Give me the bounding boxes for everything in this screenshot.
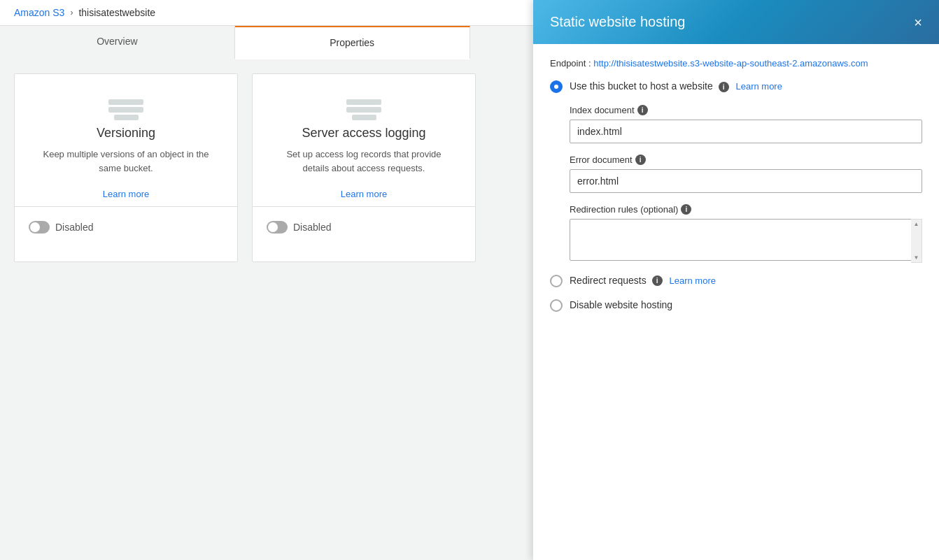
tab-overview[interactable]: Overview (0, 26, 235, 59)
radio-redirect-requests[interactable]: Redirect requests i Learn more (550, 274, 922, 276)
versioning-learn-more[interactable]: Learn more (15, 182, 237, 206)
redirection-rules-info-icon[interactable]: i (681, 204, 691, 215)
breadcrumb-separator: › (70, 8, 73, 17)
redirect-learn-more[interactable]: Learn more (670, 275, 716, 276)
redirection-rules-label: Redirection rules (optional) i (570, 204, 922, 215)
scroll-up-arrow[interactable]: ▲ (914, 221, 919, 227)
radio-host-website-label: Use this bucket to host a website (570, 80, 713, 92)
redirection-rules-textarea[interactable] (570, 219, 922, 261)
versioning-card: Versioning Keep multiple versions of an … (14, 73, 238, 262)
logging-title: Server access logging (267, 126, 461, 141)
versioning-divider (15, 206, 237, 207)
versioning-status: Disabled (55, 222, 93, 233)
swh-body: Endpoint : http://thisisatestwebsite.s3-… (533, 44, 939, 276)
logging-icon (267, 88, 461, 126)
tab-properties[interactable]: Properties (235, 26, 470, 59)
versioning-icon (29, 88, 223, 126)
versioning-card-header: Versioning Keep multiple versions of an … (15, 74, 237, 182)
error-document-input[interactable] (570, 169, 922, 193)
breadcrumb-parent[interactable]: Amazon S3 (14, 7, 64, 18)
logging-status: Disabled (293, 222, 331, 233)
logging-divider (253, 206, 475, 207)
swh-title: Static website hosting (550, 14, 685, 30)
radio-host-website[interactable]: Use this bucket to host a website i Lear… (550, 80, 922, 94)
error-document-label: Error document i (570, 155, 922, 165)
index-document-group: Index document i (570, 105, 922, 143)
redirect-info-icon[interactable]: i (652, 275, 663, 276)
swh-header: Static website hosting × (533, 0, 939, 44)
error-document-group: Error document i (570, 155, 922, 193)
textarea-scrollbar: ▲ ▼ (911, 219, 922, 263)
logging-footer: Disabled (253, 214, 475, 240)
logging-description: Set up access log records that provide d… (267, 148, 461, 175)
logging-card: Server access logging Set up access log … (252, 73, 476, 262)
logging-toggle[interactable] (267, 221, 288, 234)
index-document-input[interactable] (570, 120, 922, 143)
error-document-info-icon[interactable]: i (635, 155, 646, 165)
endpoint-label: Endpoint : (550, 58, 591, 69)
swh-endpoint: Endpoint : http://thisisatestwebsite.s3-… (550, 58, 922, 69)
radio-redirect-label: Redirect requests (570, 275, 647, 276)
swh-close-button[interactable]: × (914, 15, 922, 29)
redirection-rules-wrapper: ▲ ▼ (570, 219, 922, 263)
host-website-learn-more[interactable]: Learn more (735, 81, 782, 92)
breadcrumb-current: thisisatestwebsite (78, 7, 155, 18)
radio-redirect-btn[interactable] (550, 275, 563, 276)
versioning-toggle[interactable] (29, 221, 50, 234)
index-document-info-icon[interactable]: i (637, 105, 648, 115)
static-website-hosting-panel: Static website hosting × Endpoint : http… (533, 0, 939, 276)
versioning-description: Keep multiple versions of an object in t… (29, 148, 223, 175)
logging-learn-more[interactable]: Learn more (253, 182, 475, 206)
redirection-rules-group: Redirection rules (optional) i ▲ ▼ (570, 204, 922, 263)
endpoint-url[interactable]: http://thisisatestwebsite.s3-website-ap-… (593, 58, 868, 69)
versioning-footer: Disabled (15, 214, 237, 240)
radio-host-website-btn[interactable] (550, 80, 563, 93)
host-website-info-icon[interactable]: i (719, 82, 729, 92)
versioning-title: Versioning (29, 126, 223, 141)
logging-card-header: Server access logging Set up access log … (253, 74, 475, 182)
scroll-down-arrow[interactable]: ▼ (914, 254, 919, 261)
index-document-label: Index document i (570, 105, 922, 115)
